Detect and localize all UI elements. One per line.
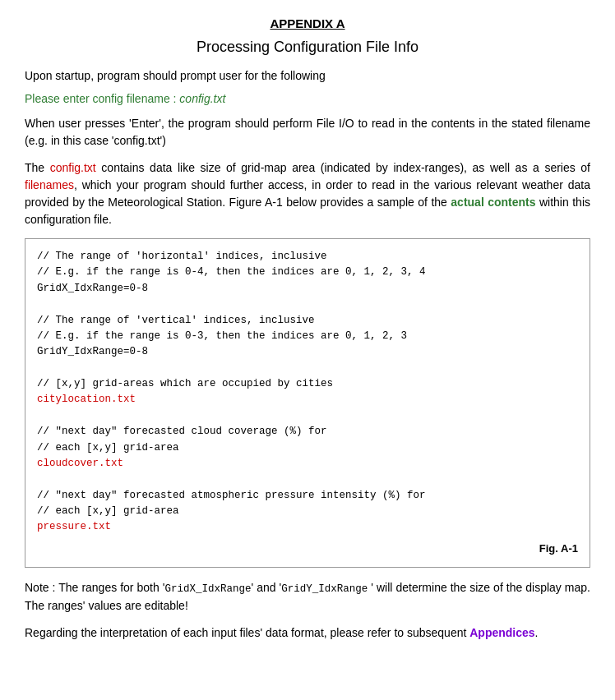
note-paragraph: Note : The ranges for both 'GridX_IdxRan… bbox=[25, 579, 590, 615]
note-mid1: ' and ' bbox=[252, 581, 282, 594]
section-title: Processing Configuration File Info bbox=[25, 39, 590, 56]
appendices-link[interactable]: Appendices bbox=[469, 626, 534, 639]
prompt-value: config.txt bbox=[179, 92, 225, 105]
code-line-blank2 bbox=[37, 361, 578, 376]
code-filename-1: citylocation.txt bbox=[37, 392, 578, 408]
code-line-7: // [x,y] grid-areas which are occupied b… bbox=[37, 376, 578, 392]
config-txt-ref: config.txt bbox=[50, 161, 96, 174]
para2-after-config: contains data like size of grid-map area… bbox=[96, 161, 590, 174]
code-line-8: // "next day" forecasted cloud coverage … bbox=[37, 424, 578, 440]
appendices-after: . bbox=[535, 626, 539, 639]
appendices-paragraph: Regarding the interpretation of each inp… bbox=[25, 624, 590, 642]
para2-before-config: The bbox=[25, 161, 50, 174]
filenames-ref: filenames bbox=[25, 178, 74, 191]
appendix-title: APPENDIX A bbox=[25, 16, 590, 30]
actual-contents-ref: actual contents bbox=[451, 196, 535, 209]
code-line-blank3 bbox=[37, 408, 578, 424]
code-line-10: // "next day" forecasted atmospheric pre… bbox=[37, 488, 578, 504]
para2: The config.txt contains data like size o… bbox=[25, 159, 590, 228]
code-line-blank4 bbox=[37, 472, 578, 487]
intro-paragraph: Upon startup, program should prompt user… bbox=[25, 69, 590, 82]
code-line-2: // E.g. if the range is 0-4, then the in… bbox=[37, 265, 578, 280]
prompt-label: Please enter config filename : bbox=[25, 92, 179, 105]
code-line-11: // each [x,y] grid-area bbox=[37, 504, 578, 519]
code-line-9: // each [x,y] grid-area bbox=[37, 440, 578, 456]
code-line-6: GridY_IdxRange=0-8 bbox=[37, 344, 578, 360]
code-line-4: // The range of 'vertical' indices, incl… bbox=[37, 313, 578, 329]
appendices-before: Regarding the interpretation of each inp… bbox=[25, 626, 469, 639]
prompt-line: Please enter config filename : config.tx… bbox=[25, 92, 590, 105]
note-mono1: GridX_IdxRange bbox=[165, 583, 252, 595]
code-block: // The range of 'horizontal' indices, in… bbox=[25, 238, 590, 568]
code-line-blank1 bbox=[37, 297, 578, 312]
code-line-5: // E.g. if the range is 0-3, then the in… bbox=[37, 329, 578, 344]
para1: When user presses 'Enter', the program s… bbox=[25, 115, 590, 150]
code-filename-3: pressure.txt bbox=[37, 519, 578, 535]
code-line-3: GridX_IdxRange=0-8 bbox=[37, 281, 578, 297]
code-line-1: // The range of 'horizontal' indices, in… bbox=[37, 249, 578, 265]
code-filename-2: cloudcover.txt bbox=[37, 456, 578, 472]
note-mono2: GridY_IdxRange bbox=[281, 583, 368, 595]
note-before1: Note : The ranges for both ' bbox=[25, 581, 165, 594]
fig-label: Fig. A-1 bbox=[37, 541, 578, 557]
